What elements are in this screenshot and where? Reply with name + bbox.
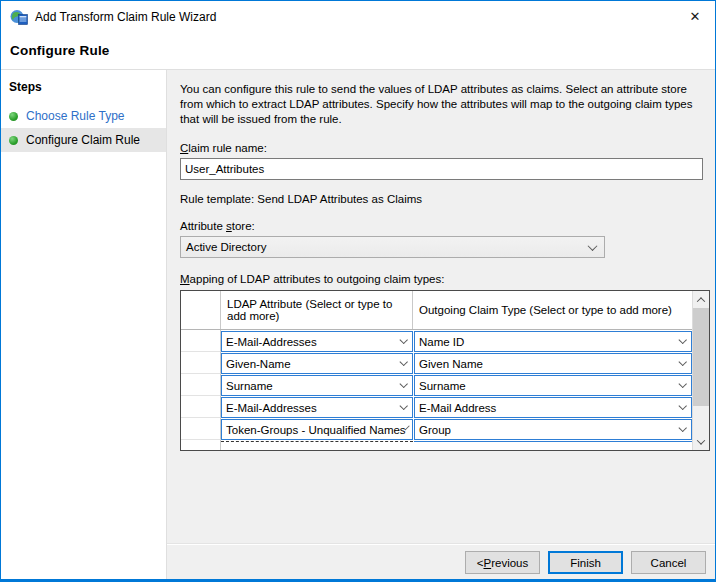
step-complete-bullet-icon bbox=[9, 136, 18, 145]
table-row: E-Mail-Addresses Name ID bbox=[181, 330, 692, 352]
claim-rule-name-input[interactable] bbox=[180, 158, 703, 180]
chevron-down-icon bbox=[399, 401, 407, 409]
ldap-attribute-dropdown[interactable]: Token-Groups - Unqualified Names bbox=[221, 419, 413, 440]
row-selector-cell[interactable] bbox=[181, 396, 221, 418]
chevron-down-icon bbox=[678, 401, 686, 409]
outgoing-claim-type-column-header: Outgoing Claim Type (Select or type to a… bbox=[413, 291, 692, 329]
ldap-attribute-dropdown[interactable]: Surname bbox=[221, 375, 413, 396]
add-transform-claim-rule-wizard-dialog: Add Transform Claim Rule Wizard ✕ Config… bbox=[0, 0, 716, 582]
outgoing-claim-value: Surname bbox=[419, 380, 466, 392]
row-selector-cell[interactable] bbox=[181, 374, 221, 396]
outgoing-claim-value: Name ID bbox=[419, 336, 464, 348]
label-part: apping of LDAP attributes to outgoing cl… bbox=[190, 273, 445, 285]
rule-description-text: You can configure this rule to send the … bbox=[180, 82, 706, 127]
ldap-attribute-value: Surname bbox=[226, 380, 273, 392]
steps-sidebar: Steps Choose Rule Type Configure Claim R… bbox=[1, 70, 167, 580]
label-part: tore: bbox=[232, 220, 255, 232]
chevron-down-icon bbox=[399, 357, 407, 365]
finish-button[interactable]: Finish bbox=[548, 551, 623, 574]
step-label: Configure Claim Rule bbox=[26, 133, 140, 147]
ldap-mapping-table: LDAP Attribute (Select or type to add mo… bbox=[180, 290, 710, 451]
sidebar-item-configure-claim-rule[interactable]: Configure Claim Rule bbox=[1, 128, 166, 152]
scroll-down-icon[interactable] bbox=[693, 433, 709, 450]
wizard-content: You can configure this rule to send the … bbox=[167, 70, 715, 544]
ldap-attribute-dropdown-empty[interactable] bbox=[221, 441, 413, 450]
step-complete-bullet-icon bbox=[9, 112, 18, 121]
chevron-down-icon bbox=[678, 357, 686, 365]
cancel-button[interactable]: Cancel bbox=[631, 551, 706, 574]
row-selector-header-cell bbox=[181, 291, 221, 329]
table-row: E-Mail-Addresses E-Mail Address bbox=[181, 396, 692, 418]
label-part: < bbox=[477, 557, 484, 569]
label-part: revious bbox=[491, 557, 528, 569]
scroll-up-icon[interactable] bbox=[693, 291, 709, 308]
ldap-attribute-dropdown[interactable]: E-Mail-Addresses bbox=[221, 397, 413, 418]
attribute-store-label: Attribute store: bbox=[180, 220, 715, 232]
label-accesskey: P bbox=[483, 557, 491, 569]
outgoing-claim-type-dropdown[interactable]: Group bbox=[414, 419, 692, 440]
row-selector-cell[interactable] bbox=[181, 418, 221, 440]
sidebar-item-choose-rule-type[interactable]: Choose Rule Type bbox=[1, 104, 166, 128]
scrollbar-thumb[interactable] bbox=[693, 308, 709, 406]
outgoing-claim-value: Group bbox=[419, 424, 451, 436]
table-row: Surname Surname bbox=[181, 374, 692, 396]
table-row-partial bbox=[181, 440, 692, 450]
label-accesskey: M bbox=[180, 273, 190, 285]
outgoing-claim-value: Given Name bbox=[419, 358, 483, 370]
table-row: Given-Name Given Name bbox=[181, 352, 692, 374]
chevron-down-icon bbox=[678, 335, 686, 343]
attribute-store-value: Active Directory bbox=[186, 241, 267, 253]
label-part: laim rule name: bbox=[188, 142, 267, 154]
table-vertical-scrollbar[interactable] bbox=[692, 291, 709, 450]
window-title: Add Transform Claim Rule Wizard bbox=[35, 10, 216, 24]
outgoing-claim-type-dropdown[interactable]: Given Name bbox=[414, 353, 692, 374]
table-header-row: LDAP Attribute (Select or type to add mo… bbox=[181, 291, 692, 330]
ldap-attribute-value: E-Mail-Addresses bbox=[226, 402, 317, 414]
outgoing-claim-type-dropdown[interactable]: E-Mail Address bbox=[414, 397, 692, 418]
outgoing-claim-value: E-Mail Address bbox=[419, 402, 496, 414]
chevron-down-icon bbox=[399, 379, 407, 387]
rule-template-text: Rule template: Send LDAP Attributes as C… bbox=[180, 193, 715, 205]
page-title: Configure Rule bbox=[10, 43, 110, 58]
row-selector-cell[interactable] bbox=[181, 330, 221, 352]
heading-band: Configure Rule bbox=[1, 32, 715, 69]
outgoing-claim-type-dropdown[interactable]: Name ID bbox=[414, 331, 692, 352]
ldap-attribute-value: E-Mail-Addresses bbox=[226, 336, 317, 348]
adfs-wizard-icon bbox=[10, 9, 28, 25]
ldap-attribute-dropdown[interactable]: Given-Name bbox=[221, 353, 413, 374]
outgoing-claim-type-dropdown[interactable]: Surname bbox=[414, 375, 692, 396]
chevron-down-icon bbox=[678, 423, 686, 431]
ldap-attribute-value: Given-Name bbox=[226, 358, 291, 370]
wizard-footer: < Previous Finish Cancel bbox=[167, 544, 715, 580]
ldap-attribute-dropdown[interactable]: E-Mail-Addresses bbox=[221, 331, 413, 352]
ldap-attribute-column-header: LDAP Attribute (Select or type to add mo… bbox=[221, 291, 413, 329]
title-bar: Add Transform Claim Rule Wizard ✕ bbox=[1, 1, 715, 32]
close-icon[interactable]: ✕ bbox=[675, 1, 715, 32]
step-label: Choose Rule Type bbox=[26, 109, 125, 123]
steps-title: Steps bbox=[1, 78, 166, 104]
row-selector-cell[interactable] bbox=[181, 440, 221, 450]
table-row: Token-Groups - Unqualified Names Group bbox=[181, 418, 692, 440]
row-selector-cell[interactable] bbox=[181, 352, 221, 374]
outgoing-claim-type-dropdown-empty[interactable] bbox=[414, 441, 692, 450]
mapping-table-label: Mapping of LDAP attributes to outgoing c… bbox=[180, 273, 715, 285]
previous-button[interactable]: < Previous bbox=[465, 551, 540, 574]
label-part: Attribute bbox=[180, 220, 226, 232]
chevron-down-icon bbox=[588, 241, 598, 251]
claim-rule-name-label: Claim rule name: bbox=[180, 142, 715, 154]
ldap-attribute-value: Token-Groups - Unqualified Names bbox=[226, 424, 406, 436]
attribute-store-dropdown[interactable]: Active Directory bbox=[180, 236, 605, 258]
chevron-down-icon bbox=[678, 379, 686, 387]
chevron-down-icon bbox=[399, 335, 407, 343]
